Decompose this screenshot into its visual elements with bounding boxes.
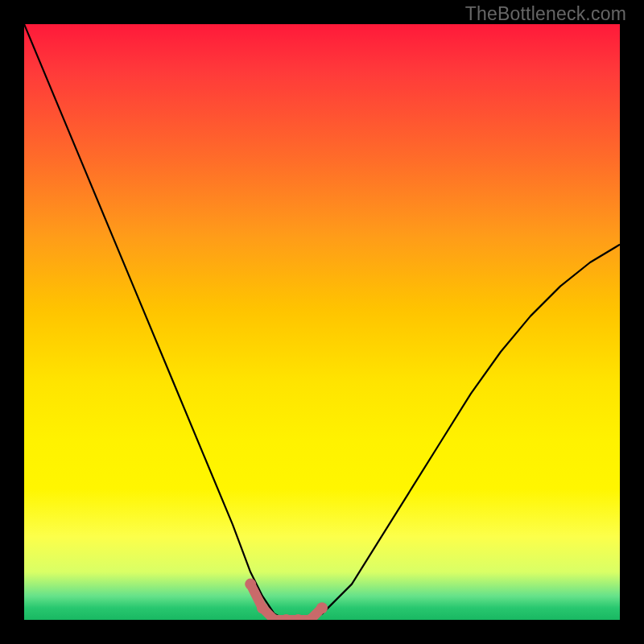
optimal-zone-point [316, 602, 328, 613]
optimal-zone-point [257, 602, 268, 613]
curve-layer [24, 24, 620, 620]
chart-frame: TheBottleneck.com [0, 0, 644, 644]
bottleneck-curve [24, 24, 620, 620]
plot-area [24, 24, 620, 620]
chart-svg [24, 24, 620, 620]
optimal-zone-point [245, 579, 256, 590]
watermark-text: TheBottleneck.com [465, 3, 626, 25]
